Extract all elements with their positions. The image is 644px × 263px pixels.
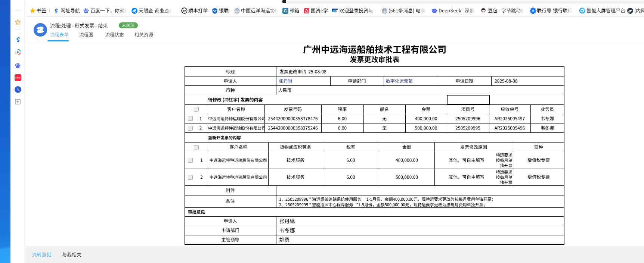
svg-text:C: C	[284, 9, 287, 13]
svg-text:du: du	[85, 11, 87, 13]
svg-text:SAP: SAP	[332, 9, 338, 12]
